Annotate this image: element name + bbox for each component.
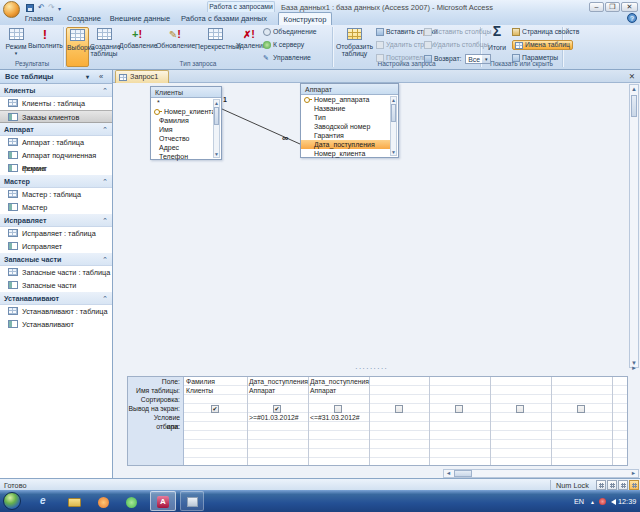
group-collapse-icon[interactable]: ⌃	[102, 253, 108, 266]
field-apparatus-client-id[interactable]: Номер_клиента	[301, 149, 398, 158]
nav-item-repair[interactable]: Ремонт	[0, 162, 112, 175]
field-apparatus-warranty[interactable]: Гарантия	[301, 131, 398, 140]
field-list-clients-title[interactable]: Клиенты	[151, 87, 221, 98]
return-combo[interactable]: Возврат: Все ▾	[424, 54, 491, 64]
field-apparatus-serial[interactable]: Заводской номер	[301, 122, 398, 131]
nav-group-master[interactable]: Мастер⌃	[0, 175, 112, 188]
criteria-cell[interactable]: >=#01.03.2012#	[249, 413, 299, 422]
grid-field-cell[interactable]: Дата_поступления	[249, 377, 308, 386]
nav-item-fixes-form[interactable]: Исправляет	[0, 240, 112, 253]
grid-hscrollbar[interactable]: ◄ ►	[443, 469, 639, 478]
tab-home[interactable]: Главная	[17, 12, 61, 25]
design-grid-body[interactable]: Фамилия Дата_поступления Дата_поступлени…	[184, 377, 627, 465]
nav-item-spare-parts-table[interactable]: Запасные части : таблица	[0, 266, 112, 279]
close-button[interactable]: ✕	[621, 2, 638, 12]
field-list-apparatus[interactable]: Аппарат Номер_аппарата Название Тип Заво…	[300, 83, 399, 158]
undo-icon[interactable]: ↶	[38, 3, 45, 12]
return-dropdown-icon[interactable]: ▾	[482, 55, 490, 63]
design-view-button[interactable]	[629, 480, 639, 490]
media-player-icon[interactable]	[98, 497, 109, 508]
scroll-up-icon[interactable]: ▲	[630, 86, 638, 92]
pass-through-button[interactable]: К серверу	[263, 41, 304, 49]
field-apparatus-type[interactable]: Тип	[301, 113, 398, 122]
view-dropdown-icon[interactable]: ▾	[4, 50, 28, 58]
nav-item-master-table[interactable]: Мастер : таблица	[0, 188, 112, 201]
nav-pane-header[interactable]: Все таблицы ▾ «	[0, 70, 112, 84]
group-collapse-icon[interactable]: ⌃	[102, 175, 108, 188]
nav-item-install-table[interactable]: Устанавливают : таблица	[0, 305, 112, 318]
pivottable-view-button[interactable]	[607, 480, 617, 490]
parameters-button[interactable]: Параметры	[512, 54, 558, 62]
scroll-left-icon[interactable]: ◄	[444, 470, 453, 477]
update-query-button[interactable]: ✎! Обновление	[156, 27, 194, 50]
scroll-down-icon[interactable]: ▼	[214, 151, 219, 157]
scroll-up-icon[interactable]: ▲	[391, 97, 396, 103]
nav-item-install-form[interactable]: Устанавливают	[0, 318, 112, 331]
design-pane-vscrollbar[interactable]: ▲ ▼	[629, 84, 639, 368]
tab-create[interactable]: Создание	[61, 12, 107, 25]
start-button[interactable]	[3, 492, 21, 510]
delete-columns-button[interactable]: Удалить столбцы	[424, 41, 489, 49]
field-clients-name[interactable]: Имя	[151, 125, 221, 134]
group-collapse-icon[interactable]: ⌃	[102, 123, 108, 136]
criteria-cell[interactable]: <=#31.03.2012#	[310, 413, 360, 422]
run-button[interactable]: ! Выполнить	[28, 27, 62, 50]
crosstab-query-button[interactable]: Перекрестный	[195, 27, 235, 50]
data-definition-button[interactable]: ✎Управление	[263, 54, 311, 62]
field-clients-address[interactable]: Адрес	[151, 143, 221, 152]
grid-field-cell[interactable]: Фамилия	[186, 377, 215, 386]
field-clients-phone[interactable]: Телефон	[151, 152, 221, 161]
group-collapse-icon[interactable]: ⌃	[102, 84, 108, 97]
field-apparatus-receipt-date[interactable]: Дата_поступления	[301, 140, 390, 149]
pivotchart-view-button[interactable]	[618, 480, 628, 490]
language-indicator[interactable]: EN	[574, 497, 584, 506]
datasheet-view-button[interactable]	[596, 480, 606, 490]
nav-group-install[interactable]: Устанавливают⌃	[0, 292, 112, 305]
show-checkbox[interactable]: ✔	[273, 405, 281, 413]
qat-dropdown-icon[interactable]: ▾	[58, 5, 61, 12]
tab-design[interactable]: Конструктор	[278, 12, 332, 25]
nav-item-fixes-table[interactable]: Исправляет : таблица	[0, 227, 112, 240]
group-collapse-icon[interactable]: ⌃	[102, 292, 108, 305]
delete-query-button[interactable]: ✗! Удаление	[236, 27, 262, 50]
asterisk-field[interactable]: *	[157, 98, 160, 107]
volume-icon[interactable]	[608, 499, 616, 505]
help-icon[interactable]: ?	[627, 13, 637, 23]
redo-icon[interactable]: ↷	[48, 3, 55, 12]
field-list-clients-scrollbar[interactable]: ▲ ▼	[213, 99, 220, 158]
show-checkbox[interactable]: ✔	[211, 405, 219, 413]
show-checkbox[interactable]	[395, 405, 403, 413]
nav-shutter-icon[interactable]: «	[99, 70, 103, 84]
select-query-button[interactable]: Выборка	[66, 27, 89, 67]
field-clients-surname[interactable]: Фамилия	[151, 116, 221, 125]
insert-columns-button[interactable]: Вставить столбцы	[424, 28, 491, 36]
scroll-down-icon[interactable]: ▼	[391, 149, 396, 155]
nav-item-clients-table[interactable]: Клиенты : таблица	[0, 97, 112, 110]
property-sheet-button[interactable]: Страница свойств	[512, 28, 579, 36]
make-table-query-button[interactable]: Создание таблицы	[90, 27, 118, 58]
show-checkbox[interactable]	[455, 405, 463, 413]
append-query-button[interactable]: +! Добавление	[119, 27, 155, 50]
nav-group-spare-parts[interactable]: Запасные части⌃	[0, 253, 112, 266]
save-icon[interactable]	[26, 4, 34, 12]
document-close-icon[interactable]: ✕	[627, 72, 637, 81]
grid-table-cell[interactable]: Аппарат	[310, 386, 336, 395]
union-query-button[interactable]: Объединение	[263, 28, 316, 36]
builder-button[interactable]: Построитель	[376, 54, 427, 62]
group-collapse-icon[interactable]: ⌃	[102, 214, 108, 227]
field-apparatus-name[interactable]: Название	[301, 104, 398, 113]
folder-icon[interactable]	[68, 498, 81, 507]
field-list-apparatus-title[interactable]: Аппарат	[301, 84, 398, 95]
grid-table-cell[interactable]: Клиенты	[186, 386, 213, 395]
nav-item-apparatus-subform[interactable]: Аппарат подчиненная форма	[0, 149, 112, 162]
show-checkbox[interactable]	[516, 405, 524, 413]
show-table-button[interactable]: Отобразить таблицу	[336, 27, 373, 58]
minimize-button[interactable]: –	[589, 2, 604, 12]
app-taskbar-button[interactable]	[180, 491, 204, 511]
field-apparatus-id[interactable]: Номер_аппарата	[301, 95, 390, 104]
nav-group-clients[interactable]: Клиенты⌃	[0, 84, 112, 97]
totals-button[interactable]: Σ Итоги	[485, 27, 509, 52]
field-list-clients[interactable]: Клиенты * Номер_клиента Фамилия Имя Отче…	[150, 86, 222, 160]
nav-dropdown-icon[interactable]: ▾	[86, 70, 89, 84]
nav-item-spare-parts-form[interactable]: Запасные части	[0, 279, 112, 292]
